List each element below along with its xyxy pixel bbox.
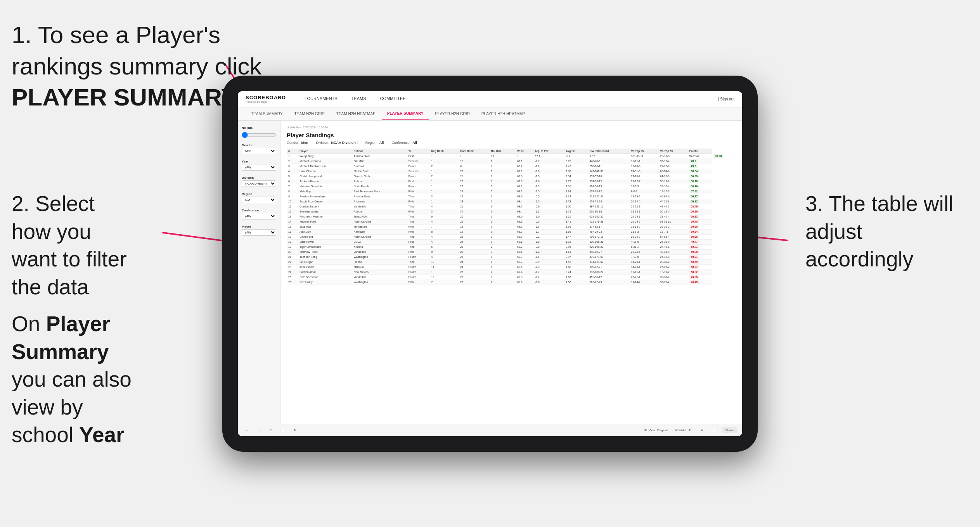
cell-14-3: Fifth <box>407 224 429 229</box>
share-button[interactable]: Share <box>722 427 737 433</box>
col-wins: Wins <box>516 149 533 154</box>
filter-region-val: All <box>379 141 384 145</box>
cell-5-11: 28-12-7 <box>630 179 659 184</box>
nav-item-tournaments[interactable]: TOURNAMENTS <box>298 91 345 107</box>
filter-division: Division: NCAA Division I <box>316 141 358 145</box>
cell-3-5: 27 <box>459 169 490 174</box>
player-standings-table: # Player School Yr Reg Rank Conf Rank No… <box>287 149 736 285</box>
nav-item-teams[interactable]: TEAMS <box>345 91 373 107</box>
cell-20-1: Taehoon Song <box>298 254 352 259</box>
cell-6-10: 698-54-13 <box>588 184 629 189</box>
table-row[interactable]: 15Jake HallTennesseeFifth718068.5-1.51.6… <box>287 224 736 229</box>
cell-3-10: 547-142-38 <box>588 169 629 174</box>
cell-4-0: 5 <box>287 174 298 179</box>
cell-18-7: 69.2 <box>516 244 533 249</box>
sidebar-division-select[interactable]: NCAA Division I <box>242 180 276 187</box>
subnav-player-h2h-grid[interactable]: PLAYER H2H GRID <box>430 107 475 120</box>
cell-3-4: 1 <box>429 169 459 174</box>
cell-8-8: -0.5 <box>533 194 564 199</box>
table-row[interactable]: 3Michael ThorbjornsenStanfordFourth28168… <box>287 164 736 169</box>
watch-btn[interactable]: 👁 Watch ▼ <box>672 428 694 433</box>
sidebar-player-select[interactable]: (All) <box>242 229 276 236</box>
table-row[interactable]: 1Wenyi DingArizona StateFirst1115167.1-3… <box>287 154 736 159</box>
toolbar-copy[interactable]: □ <box>268 428 275 433</box>
cell-12-3: Third <box>407 214 429 219</box>
cell-3-3: Second <box>407 169 429 174</box>
cell-16-7: 69.0 <box>516 234 533 239</box>
update-time: Update time: 27/03/2024 16:56:26 <box>287 126 736 129</box>
table-row[interactable]: 24Bastien AmatNew MexicoFourth127269.4-1… <box>287 270 736 275</box>
table-row[interactable]: 14Maxwell FordNorth CarolinaThird422069.… <box>287 219 736 224</box>
table-row[interactable]: 20Matthew RiedelVanderbiltFifth922368.5-… <box>287 249 736 254</box>
toolbar-redo[interactable]: → <box>256 428 263 433</box>
cell-18-11: 8-21-1 <box>630 244 659 249</box>
table-row[interactable]: 16Alex GoffKentuckyFifth819068.3-1.71.92… <box>287 229 736 234</box>
table-row[interactable]: 4Luke ClantonFlorida StateSecond127268.2… <box>287 169 736 174</box>
table-row[interactable]: 22Ian GilliganFloridaThird1024168.7-0.91… <box>287 259 736 264</box>
cell-17-7: 69.1 <box>516 239 533 244</box>
sidebar-division-label: Division <box>242 176 276 180</box>
cell-2-13: 75.3 <box>688 164 712 169</box>
sidebar-no-rds: No Rds. <box>242 126 276 138</box>
subnav-team-summary[interactable]: TEAM SUMMARY <box>246 107 288 120</box>
table-row[interactable]: 8Mats EgeEast Tennessee StateFifth124268… <box>287 189 736 194</box>
cell-9-4: 1 <box>429 199 459 204</box>
table-row[interactable]: 2Michael Le SassoOle MissSecond118067.1-… <box>287 159 736 164</box>
toolbar-undo[interactable]: ← <box>243 428 251 433</box>
cell-23-5: 27 <box>459 270 490 275</box>
sidebar-no-rds-slider[interactable] <box>242 132 276 138</box>
nav-item-committee[interactable]: COMMITTEE <box>373 91 413 107</box>
cell-7-4: 1 <box>429 189 459 194</box>
toolbar-table[interactable]: ☰ <box>710 428 718 433</box>
table-row[interactable]: 10Jacob Skov OlesenArkansasFifth123168.4… <box>287 199 736 204</box>
cell-13-13: 50.75 <box>688 219 712 224</box>
main-content: No Rds. Gender Men Year (All) Divisio <box>238 121 742 424</box>
cell-10-6: 0 <box>490 204 516 209</box>
table-row[interactable]: 5Christo LamprechtGeorgia TechFourth2212… <box>287 174 736 179</box>
cell-0-3: First <box>407 154 429 159</box>
sidebar-gender-select[interactable]: Men <box>242 148 276 154</box>
sign-out-link[interactable]: | Sign out <box>718 97 734 101</box>
toolbar-refresh[interactable]: ↻ <box>291 428 299 433</box>
sidebar-year-select[interactable]: (All) <box>242 164 276 171</box>
table-row[interactable]: 9Preston SummerhaysArizona StateThird324… <box>287 194 736 199</box>
cell-19-6: 3 <box>490 249 516 254</box>
cell-15-6: 0 <box>490 229 516 234</box>
cell-20-6: 1 <box>490 254 516 259</box>
cell-9-11: 20-14-5 <box>630 199 659 204</box>
table-row[interactable]: 19Tiger ChristensenArizonaThird523269.2-… <box>287 244 736 249</box>
subnav-player-h2h-heatmap[interactable]: PLAYER H2H HEATMAP <box>476 107 530 120</box>
instruction-step2: 2. Select how you want to filter the dat… <box>0 182 147 309</box>
table-row[interactable]: 13Phichaksn MaichonTexas A&MThird630169.… <box>287 214 736 219</box>
table-row[interactable]: 21Taehoon SongWashingtonFourth423169.3-1… <box>287 254 736 259</box>
toolbar-grid[interactable]: ☷ <box>279 428 287 433</box>
table-row[interactable]: 25Cole SherwoodVanderbiltFourth1223168.3… <box>287 275 736 280</box>
cell-2-9: 1.47 <box>564 164 588 169</box>
cell-18-5: 23 <box>459 244 490 249</box>
table-row[interactable]: 26Petr HrubyWashingtonFifth725068.6-1.81… <box>287 280 736 285</box>
subnav-team-h2h-grid[interactable]: TEAM H2H GRID <box>289 107 330 120</box>
subnav-team-h2h-heatmap[interactable]: TEAM H2H HEATMAP <box>331 107 381 120</box>
cell-2-11: 10-10-0 <box>630 164 659 169</box>
cell-16-2: North Carolina <box>352 234 407 239</box>
cell-13-10: 412-179-38 <box>588 219 629 224</box>
sidebar-conference-select[interactable]: (All) <box>242 213 276 219</box>
cell-12-7: 69.0 <box>516 214 533 219</box>
table-row[interactable]: 7Nicholas GabrelcikNorth FloridaFourth12… <box>287 184 736 189</box>
table-row[interactable]: 18Luke PowellUCLAFirst424069.1-1.81.1350… <box>287 239 736 244</box>
subnav-player-summary[interactable]: PLAYER SUMMARY <box>382 107 429 120</box>
table-row[interactable]: 12Brendan ValdesAuburnFifth337068.4-1.11… <box>287 209 736 214</box>
cell-15-12: 19-7-3 <box>659 229 688 234</box>
cell-15-0: 16 <box>287 229 298 234</box>
view-original[interactable]: 👁 View: Original <box>644 429 668 432</box>
cell-13-9: 1.41 <box>564 219 588 224</box>
cell-10-4: 4 <box>429 204 459 209</box>
sidebar-region-select[interactable]: N/A <box>242 197 276 203</box>
table-row[interactable]: 6Jackson KoivunAuburnFirst127167.3-2.02.… <box>287 179 736 184</box>
cell-21-4: 10 <box>429 259 459 264</box>
toolbar-export[interactable]: ⇓ <box>698 428 706 433</box>
cell-4-9: 2.34 <box>564 174 588 179</box>
table-row[interactable]: 17David FordNorth CarolinaThird428069.0-… <box>287 234 736 239</box>
table-row[interactable]: 11Gordon SargentVanderbiltThird421068.7-… <box>287 204 736 209</box>
table-row[interactable]: 23Jack LundinMissouriFourth1124068.6-2.3… <box>287 264 736 270</box>
